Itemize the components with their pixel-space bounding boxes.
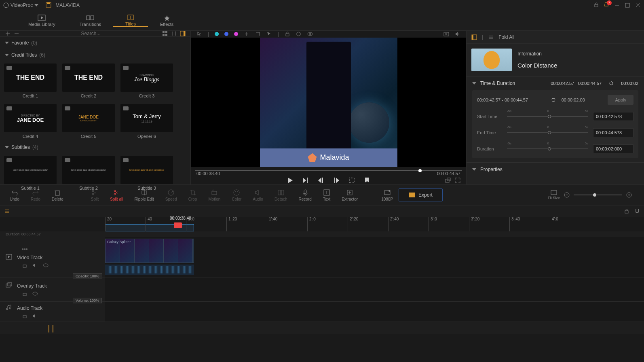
tile-subtitle-1[interactable]: lorem ipsum dolor sit amet consecteturSu… — [4, 156, 57, 191]
apply-button[interactable]: Apply — [608, 95, 633, 105]
play-icon[interactable] — [287, 177, 294, 184]
prev-frame-icon[interactable] — [317, 177, 325, 184]
motion-button[interactable]: Motion — [203, 189, 226, 201]
record-button[interactable]: Record — [293, 189, 317, 201]
tile-credit-4[interactable]: DIRECTED BYJANE DOECredit 4 — [4, 104, 57, 139]
detach-window-icon[interactable] — [445, 178, 451, 183]
save-icon[interactable] — [46, 2, 51, 9]
timeline-lock-icon[interactable] — [624, 208, 629, 214]
zoom-in-icon[interactable] — [626, 192, 632, 198]
app-menu[interactable]: VideoProc — [3, 2, 38, 8]
duration-slider[interactable]: -5s05s — [507, 145, 588, 153]
zoom-out-icon[interactable] — [564, 192, 570, 198]
maximize-icon[interactable] — [625, 2, 630, 8]
volume-icon[interactable] — [455, 31, 460, 37]
split-all-button[interactable]: Split all — [104, 189, 129, 201]
crop-button[interactable]: Crop — [183, 189, 203, 201]
tile-subtitle-3[interactable]: lorem ipsum dolor sit amet consecteturSu… — [120, 156, 173, 191]
track-visibility-icon[interactable] — [43, 263, 49, 268]
lock-icon[interactable] — [594, 2, 599, 8]
detach-button[interactable]: Detach — [269, 189, 293, 201]
timeline-menu-icon[interactable] — [4, 208, 10, 214]
section-properties[interactable]: Properties — [472, 167, 638, 172]
timeline-ruler[interactable]: 00:00:38.40 20 40 1':0 1':20 1':40 2':0 … — [0, 217, 644, 231]
video-clip[interactable]: Galaxy Splitter — [105, 239, 194, 263]
nav-effects[interactable]: Effects — [148, 15, 186, 27]
fold-all-icon[interactable] — [488, 34, 494, 40]
tile-opener-6[interactable]: Tom & Jerry12.12.19Opener 6 — [120, 104, 173, 139]
duration-input[interactable] — [593, 144, 633, 153]
start-time-slider[interactable]: -5s05s — [507, 112, 588, 121]
section-time-duration[interactable]: Time & Duration 00:00:42.57 - 00:00:44.5… — [472, 80, 638, 86]
track-lock-icon[interactable] — [22, 291, 27, 296]
end-time-input[interactable] — [593, 128, 633, 137]
notifications-icon[interactable]: 7 — [604, 2, 609, 9]
inspector-tab-icon[interactable] — [471, 34, 477, 40]
unlock-icon[interactable] — [285, 31, 290, 37]
tile-credit-2[interactable]: THE ENDCredit 2 — [62, 64, 115, 98]
add-marker-icon[interactable] — [363, 177, 371, 184]
sort-icon[interactable] — [171, 31, 177, 36]
opacity-tag[interactable]: Opacity: 100% — [73, 273, 102, 279]
remove-icon[interactable] — [14, 31, 19, 36]
preview-canvas[interactable]: Malavida — [191, 38, 466, 167]
track-visibility-icon[interactable] — [32, 291, 38, 296]
fit-size-button[interactable]: Fit Size — [548, 190, 560, 200]
end-time-slider[interactable]: -5s05s — [507, 129, 588, 137]
speed-button[interactable]: Speed — [160, 189, 183, 201]
marker-cyan[interactable] — [215, 32, 219, 36]
category-credit-titles[interactable]: Credit Titles(6) — [0, 49, 190, 61]
delete-button[interactable]: Delete — [46, 189, 69, 201]
marker-blue[interactable] — [224, 32, 228, 36]
playhead[interactable] — [178, 217, 178, 361]
start-time-input[interactable] — [593, 112, 633, 121]
nav-titles[interactable]: T Titles — [113, 14, 148, 27]
marker-pink[interactable] — [234, 32, 238, 36]
search-input[interactable] — [23, 31, 159, 36]
panel-toggle-icon[interactable] — [180, 31, 186, 36]
audio-button[interactable]: Audio — [247, 189, 269, 201]
category-subtitles[interactable]: Subtitles(4) — [0, 141, 190, 153]
zoom-slider[interactable] — [574, 195, 622, 195]
visibility-icon[interactable] — [307, 31, 313, 37]
track-mute-icon[interactable] — [32, 313, 38, 319]
color-button[interactable]: Color — [226, 189, 247, 201]
fullscreen-icon[interactable] — [455, 178, 460, 183]
snap-icon[interactable] — [244, 31, 249, 37]
nav-transitions[interactable]: Transitions — [68, 15, 113, 27]
category-favorite[interactable]: Favorite(0) — [0, 37, 190, 49]
minimize-icon[interactable] — [614, 2, 620, 8]
snapshot-icon[interactable] — [443, 31, 449, 37]
add-icon[interactable] — [5, 31, 11, 36]
crop-marker-icon[interactable] — [348, 177, 355, 184]
cursor-icon[interactable] — [196, 31, 202, 37]
redo-button[interactable]: Redo — [25, 189, 46, 201]
magnet-icon[interactable] — [634, 208, 640, 214]
select-tool-icon[interactable] — [266, 31, 272, 37]
ripple-edit-button[interactable]: Ripple Edit — [129, 189, 159, 201]
close-icon[interactable] — [635, 2, 641, 8]
tile-credit-1[interactable]: THE ENDCredit 1 — [4, 64, 57, 98]
split-button[interactable]: Split — [85, 189, 104, 201]
preview-scrubber[interactable] — [191, 167, 466, 171]
tile-subtitle-2[interactable]: lorem ipsum dolor sit amet consecteturSu… — [62, 156, 115, 191]
play-next-icon[interactable] — [302, 177, 309, 184]
track-mute-icon[interactable] — [32, 263, 38, 268]
audio-waveform[interactable] — [105, 265, 194, 275]
tile-credit-5[interactable]: JANE DOEDIRECTED BYCredit 5 — [62, 104, 115, 139]
next-frame-icon[interactable] — [333, 177, 340, 184]
track-lock-icon[interactable] — [22, 313, 27, 319]
nav-media-library[interactable]: Media Library — [16, 15, 68, 27]
safe-zone-icon[interactable] — [296, 31, 302, 37]
undo-button[interactable]: Undo — [4, 189, 25, 201]
quality-button[interactable]: 1080P — [376, 189, 399, 201]
extractor-button[interactable]: Extractor — [336, 189, 363, 201]
grid-view-icon[interactable] — [162, 31, 168, 36]
marker-tool-icon[interactable] — [255, 31, 261, 37]
volume-tag[interactable]: Volume: 100% — [73, 298, 102, 303]
tile-credit-3[interactable]: STARRINGJoe BloggsCredit 3 — [120, 64, 173, 98]
track-lock-icon[interactable] — [22, 263, 27, 268]
fold-all-label[interactable]: Fold All — [498, 34, 514, 40]
export-button[interactable]: Export — [399, 188, 443, 201]
text-button[interactable]: TText — [317, 189, 336, 201]
